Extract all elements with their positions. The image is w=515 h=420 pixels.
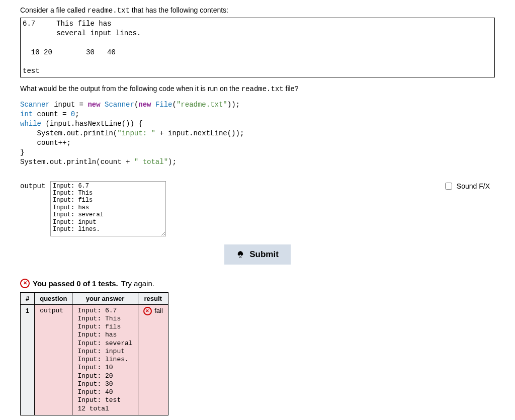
- code-token: count =: [33, 110, 71, 118]
- cell-result-text: fail: [154, 307, 163, 314]
- cell-result: ✕ fail: [138, 304, 168, 415]
- col-question: question: [35, 292, 72, 304]
- code-token: System.out.println(count +: [20, 158, 134, 166]
- results-table: # question your answer result 1 output I…: [20, 292, 168, 415]
- code-token: + input.nextLine());: [155, 129, 244, 137]
- question-suffix: file?: [284, 85, 299, 93]
- result-bold: You passed 0 of 1 tests.: [33, 279, 118, 288]
- intro-suffix: that has the following contents:: [130, 6, 228, 14]
- code-token: 0: [71, 110, 75, 118]
- result-tail: Try again.: [121, 279, 154, 288]
- soundfx-label: Sound F/X: [457, 182, 490, 190]
- question-prefix: What would be the output from the follow…: [20, 85, 241, 93]
- code-token: "readme.txt": [177, 101, 227, 109]
- col-answer: your answer: [72, 292, 138, 304]
- code-token: "input: ": [117, 129, 155, 137]
- code-token: }: [20, 148, 24, 156]
- code-token: Scanner: [20, 101, 50, 109]
- code-token: count++;: [20, 139, 71, 147]
- code-token: input =: [50, 101, 88, 109]
- intro-text: Consider a file called readme.txt that h…: [20, 6, 495, 15]
- table-row: 1 output Input: 6.7 Input: This Input: f…: [21, 304, 168, 415]
- question-text: What would be the output from the follow…: [20, 85, 495, 93]
- code-token: ;: [75, 110, 79, 118]
- code-token: " total": [134, 158, 168, 166]
- submit-label: Submit: [249, 249, 279, 260]
- code-token: new: [88, 101, 100, 109]
- intro-prefix: Consider a file called: [20, 6, 88, 14]
- answer-label: output: [20, 181, 50, 190]
- col-num: #: [21, 292, 35, 304]
- code-block: Scanner input = new Scanner(new File("re…: [20, 100, 495, 166]
- fail-icon: ✕: [143, 307, 152, 315]
- submit-button[interactable]: Submit: [224, 244, 291, 265]
- col-result: result: [138, 292, 168, 304]
- code-token: new: [138, 101, 151, 109]
- cell-question: output: [35, 304, 72, 415]
- results-header-row: # question your answer result: [21, 292, 168, 304]
- output-textarea[interactable]: [50, 181, 166, 236]
- code-token: ));: [227, 101, 240, 109]
- code-token: );: [168, 158, 177, 166]
- cell-answer: Input: 6.7 Input: This Input: fils Input…: [72, 304, 138, 415]
- cell-num: 1: [21, 304, 35, 415]
- code-token: while: [20, 120, 41, 128]
- code-token: File: [151, 101, 173, 109]
- fail-icon: ✕: [20, 279, 30, 288]
- rocket-icon: [236, 250, 244, 259]
- result-summary: ✕ You passed 0 of 1 tests. Try again.: [20, 279, 495, 288]
- intro-filename: readme.txt: [88, 7, 130, 15]
- code-token: System.out.println(: [20, 129, 117, 137]
- soundfx-checkbox[interactable]: [445, 183, 452, 190]
- soundfx-toggle[interactable]: Sound F/X: [443, 181, 495, 191]
- code-token: (input.hasNextLine()) {: [41, 120, 143, 128]
- code-token: int: [20, 110, 33, 118]
- code-token: (: [173, 101, 177, 109]
- code-token: Scanner: [101, 101, 134, 109]
- answer-row: output Sound F/X: [20, 181, 495, 236]
- file-contents-box: 6.7 This file has several input lines. 1…: [20, 18, 495, 77]
- submit-wrap: Submit: [20, 244, 495, 265]
- question-filename: readme.txt: [241, 85, 284, 93]
